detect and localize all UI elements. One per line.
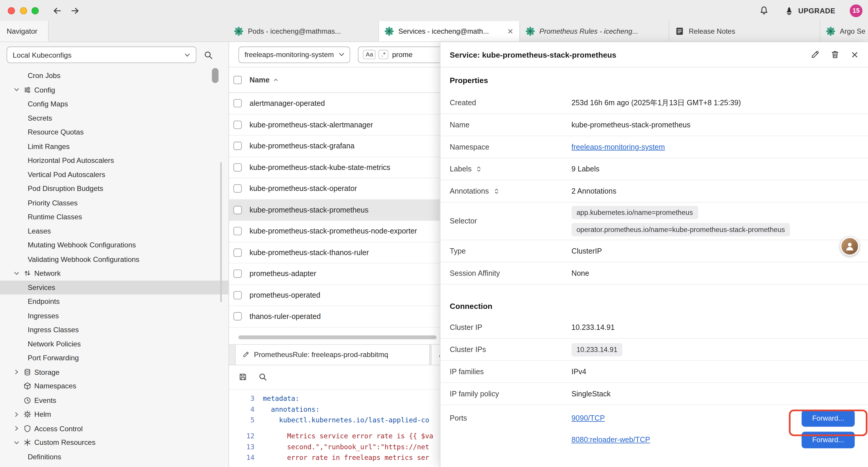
search-input[interactable]: Aa .* prome bbox=[358, 46, 440, 63]
edit-icon[interactable] bbox=[810, 50, 820, 59]
row-checkbox[interactable] bbox=[234, 269, 242, 278]
horizontal-scrollbar-thumb[interactable] bbox=[239, 335, 436, 339]
service-row[interactable]: kube-prometheus-stack-prometheus-node-ex… bbox=[229, 221, 440, 242]
sidebar-tree-item[interactable]: Cron Jobs bbox=[0, 68, 228, 83]
tab-close-icon[interactable] bbox=[507, 28, 514, 35]
service-row[interactable]: kube-prometheus-stack-thanos-ruler bbox=[229, 242, 440, 263]
upgrade-button[interactable]: UPGRADE bbox=[784, 6, 835, 16]
window-zoom-button[interactable] bbox=[32, 7, 39, 14]
sidebar-tree-item[interactable]: Secrets bbox=[0, 111, 228, 125]
sidebar-tree-item[interactable]: Services bbox=[0, 280, 228, 294]
avatar[interactable] bbox=[840, 237, 859, 256]
sidebar-tree-item[interactable]: Definitions bbox=[0, 449, 228, 464]
expand-icon[interactable] bbox=[475, 166, 483, 173]
sidebar-tree-item[interactable]: Endpoints bbox=[0, 294, 228, 309]
tree-chevron[interactable] bbox=[13, 411, 22, 418]
port-link[interactable]: 9090/TCP bbox=[571, 414, 605, 422]
row-checkbox[interactable] bbox=[234, 313, 242, 321]
window-tab[interactable]: Argo Se bbox=[820, 21, 868, 41]
forward-icon[interactable] bbox=[70, 6, 80, 16]
sidebar-tree-item[interactable]: Horizontal Pod Autoscalers bbox=[0, 153, 228, 168]
forward-button[interactable]: Forward... bbox=[802, 410, 855, 427]
row-checkbox[interactable] bbox=[234, 184, 242, 193]
sidebar-tree-item[interactable]: Storage bbox=[0, 365, 228, 379]
sidebar-search-icon[interactable] bbox=[204, 50, 213, 59]
editor-tab-partial[interactable] bbox=[431, 345, 440, 364]
sidebar-tree-item[interactable]: Namespaces bbox=[0, 379, 228, 393]
close-icon[interactable] bbox=[850, 50, 859, 59]
service-row[interactable]: kube-prometheus-stack-kube-state-metrics bbox=[229, 157, 440, 178]
sidebar-tree-item[interactable]: Priority Classes bbox=[0, 196, 228, 210]
regex-toggle[interactable]: .* bbox=[379, 50, 388, 59]
window-tab[interactable]: Pods - icecheng@mathmas... bbox=[228, 21, 379, 41]
namespace-link[interactable]: freeleaps-monitoring-system bbox=[571, 143, 665, 151]
service-row[interactable]: thanos-ruler-operated bbox=[229, 306, 440, 327]
tree-chevron[interactable] bbox=[13, 425, 22, 432]
sidebar-tree-item[interactable]: Runtime Classes bbox=[0, 210, 228, 224]
navigator-tab[interactable]: Navigator bbox=[0, 21, 49, 41]
row-checkbox[interactable] bbox=[234, 99, 242, 108]
window-tab[interactable]: Release Notes bbox=[670, 21, 820, 41]
sidebar-tree-item[interactable]: Port Forwarding bbox=[0, 351, 228, 365]
horizontal-scrollbar[interactable] bbox=[239, 335, 440, 339]
window-tab[interactable]: Prometheus Rules - icecheng... bbox=[520, 21, 670, 41]
service-row[interactable]: kube-prometheus-stack-prometheus bbox=[229, 200, 440, 221]
notification-badge[interactable]: 15 bbox=[850, 4, 862, 17]
sidebar-tree-item[interactable]: Config bbox=[0, 83, 228, 97]
sidebar-tree-item[interactable]: Limit Ranges bbox=[0, 139, 228, 153]
sidebar-tree-item[interactable]: Network bbox=[0, 266, 228, 281]
expand-icon[interactable] bbox=[493, 188, 500, 195]
row-checkbox[interactable] bbox=[234, 121, 242, 129]
sidebar-tree-item[interactable]: Helm bbox=[0, 407, 228, 421]
service-row[interactable]: kube-prometheus-stack-operator bbox=[229, 178, 440, 200]
name-column-header[interactable]: Name bbox=[249, 76, 279, 84]
row-checkbox[interactable] bbox=[234, 248, 242, 257]
kubeconfig-selector[interactable]: Local Kubeconfigs bbox=[6, 47, 196, 63]
forward-button[interactable]: Forward... bbox=[802, 432, 855, 448]
select-all-checkbox[interactable] bbox=[234, 76, 242, 84]
tree-chevron[interactable] bbox=[13, 87, 22, 93]
editor-tab-active[interactable]: PrometheusRule: freeleaps-prod-rabbitmq bbox=[235, 345, 430, 364]
sidebar-tree-item[interactable]: Events bbox=[0, 393, 228, 407]
row-checkbox[interactable] bbox=[234, 163, 242, 171]
namespace-selector[interactable]: freeleaps-monitoring-system bbox=[239, 46, 350, 63]
service-row[interactable]: kube-prometheus-stack-grafana bbox=[229, 136, 440, 157]
bell-icon[interactable] bbox=[759, 6, 769, 16]
tree-chevron[interactable] bbox=[13, 270, 22, 276]
row-checkbox[interactable] bbox=[234, 227, 242, 235]
sidebar-tree-item[interactable]: Pod Disruption Budgets bbox=[0, 181, 228, 196]
sidebar-scrollbar-track[interactable] bbox=[220, 162, 222, 302]
service-row[interactable]: alertmanager-operated bbox=[229, 93, 440, 114]
yaml-editor[interactable]: 3metadata: 4 annotations: 5 kubectl.kube… bbox=[229, 389, 440, 463]
service-row[interactable]: kube-prometheus-stack-alertmanager bbox=[229, 114, 440, 136]
sidebar-tree-item[interactable]: Custom Resources bbox=[0, 436, 228, 450]
row-checkbox[interactable] bbox=[234, 142, 242, 150]
sidebar-tree-item[interactable]: Network Policies bbox=[0, 337, 228, 351]
service-row[interactable]: prometheus-adapter bbox=[229, 263, 440, 285]
save-icon[interactable] bbox=[239, 372, 247, 381]
service-row[interactable]: prometheus-operated bbox=[229, 285, 440, 306]
editor-search-icon[interactable] bbox=[258, 372, 267, 381]
sidebar-tree-item[interactable]: Config Maps bbox=[0, 97, 228, 111]
sidebar-tree-item[interactable]: Validating Webhook Configurations bbox=[0, 252, 228, 266]
tree-chevron[interactable] bbox=[13, 369, 22, 375]
window-close-button[interactable] bbox=[8, 7, 15, 14]
window-tab[interactable]: Services - icecheng@math... bbox=[379, 21, 520, 41]
sidebar-tree-item[interactable]: Ingresses bbox=[0, 309, 228, 323]
row-checkbox[interactable] bbox=[234, 206, 242, 214]
match-case-toggle[interactable]: Aa bbox=[363, 50, 376, 59]
sidebar-tree-item[interactable]: Access Control bbox=[0, 421, 228, 436]
sidebar-tree-item[interactable]: Mutating Webhook Configurations bbox=[0, 238, 228, 252]
port-link[interactable]: 8080:reloader-web/TCP bbox=[571, 436, 650, 444]
sidebar-tree-item[interactable]: Leases bbox=[0, 224, 228, 238]
property-value[interactable]: 2 Annotations bbox=[571, 187, 855, 195]
sidebar-tree-item[interactable]: Resource Quotas bbox=[0, 125, 228, 139]
sidebar-tree-item[interactable]: Vertical Pod Autoscalers bbox=[0, 167, 228, 181]
window-minimize-button[interactable] bbox=[20, 7, 27, 14]
back-icon[interactable] bbox=[52, 6, 62, 16]
tree-chevron[interactable] bbox=[13, 439, 22, 446]
sidebar-scrollbar-thumb[interactable] bbox=[212, 68, 218, 83]
sidebar-tree-item[interactable]: Ingress Classes bbox=[0, 323, 228, 337]
property-value[interactable]: 9 Labels bbox=[571, 165, 855, 173]
delete-icon[interactable] bbox=[831, 50, 840, 59]
